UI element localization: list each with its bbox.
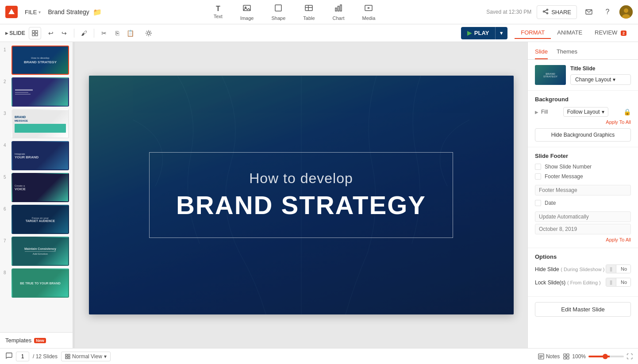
svg-rect-34 [564, 354, 566, 356]
show-number-checkbox[interactable] [535, 164, 541, 170]
slide-thumbnail-6[interactable]: Focus on your TARGET AUDIENCE [12, 205, 69, 234]
right-panel: Slide Themes BRANDSTRATEGY Title Slide C… [527, 42, 638, 348]
redo-button[interactable]: ↪ [58, 27, 70, 39]
footer-message-label: Footer Message [545, 173, 583, 180]
templates-button[interactable]: Templates [5, 337, 31, 344]
list-item[interactable]: 5 Create a VOICE [4, 173, 69, 202]
help-button[interactable]: ? [601, 5, 614, 19]
apply-to-all-footer[interactable]: Apply To All [535, 237, 631, 242]
list-item[interactable]: 7 Maintain Consistency Add Emotion [4, 237, 69, 266]
svg-rect-7 [335, 8, 337, 11]
tab-animate[interactable]: ANIMATE [551, 27, 588, 39]
date-value-input[interactable] [535, 224, 631, 234]
topbar-right: Saved at 12:30 PM SHARE ? [486, 5, 633, 19]
panel-tab-themes[interactable]: Themes [557, 46, 577, 59]
view-selector[interactable]: Normal View ▾ [61, 352, 111, 361]
chart-label: Chart [333, 15, 345, 21]
panel-tab-slide[interactable]: Slide [535, 46, 548, 59]
chart-tool[interactable]: Chart [329, 2, 348, 23]
shape-tool[interactable]: Shape [268, 2, 289, 23]
help-icon: ? [606, 8, 610, 16]
hide-bg-button[interactable]: Hide Background Graphics [535, 128, 631, 142]
footer-message-checkbox[interactable] [535, 173, 541, 180]
lock-slide-toggle[interactable]: || No [606, 278, 631, 287]
date-label: Date [545, 200, 556, 206]
svg-point-13 [543, 11, 545, 12]
date-checkbox[interactable] [535, 200, 541, 206]
tab-review[interactable]: REVIEW 2 [588, 27, 633, 39]
doc-title: Brand Strategy [48, 8, 89, 15]
grid-button[interactable] [29, 27, 41, 39]
copy-button[interactable]: ⎘ [111, 27, 123, 39]
fill-row: ▶ Fill Follow Layout ▾ 🔒 [535, 107, 631, 117]
footer-message-row: Footer Message [535, 173, 631, 180]
date-row: Date [535, 200, 631, 206]
play-dropdown[interactable]: ▾ [495, 27, 507, 39]
table-tool[interactable]: Table [300, 2, 318, 23]
table-icon [304, 4, 313, 15]
list-item[interactable]: 6 Focus on your TARGET AUDIENCE [4, 205, 69, 234]
media-tool[interactable]: Media [358, 2, 379, 23]
slide-thumbnail-5[interactable]: Create a VOICE [12, 173, 69, 202]
logo-button[interactable] [5, 6, 18, 18]
paste-button[interactable]: 📋 [124, 27, 137, 39]
tab-format[interactable]: FORMAT [515, 27, 551, 39]
settings-button[interactable] [142, 27, 155, 40]
lock-toggle-no[interactable]: No [617, 278, 630, 286]
slide-thumbnail-4[interactable]: Integrate YOUR BRAND [12, 141, 69, 170]
svg-rect-36 [564, 357, 566, 359]
save-status: Saved at 12:30 PM [486, 9, 531, 15]
slide-thumbnail-2[interactable] [12, 77, 69, 107]
share-button[interactable]: SHARE [537, 5, 577, 19]
paint-format-button[interactable]: 🖌 [78, 27, 90, 39]
text-tool[interactable]: T Text [210, 3, 226, 21]
fill-dropdown[interactable]: Follow Layout ▾ [563, 107, 608, 117]
background-title: Background [535, 96, 631, 103]
cut-button[interactable]: ✂ [98, 27, 110, 39]
zoom-slider[interactable] [588, 356, 624, 357]
image-tool[interactable]: Image [237, 2, 258, 23]
slide-thumbnail-8[interactable]: BE TRUE TO YOUR BRAND [12, 268, 69, 298]
list-item[interactable]: 1 How to develop BRAND STRATEGY [4, 46, 69, 75]
svg-rect-21 [32, 31, 35, 33]
apply-to-all-bg[interactable]: Apply To All [535, 119, 631, 125]
toolbar-center: T Text Image Shape Table Chart [106, 2, 483, 23]
svg-rect-4 [305, 5, 312, 11]
undo-button[interactable]: ↩ [45, 27, 57, 39]
toggle-no[interactable]: No [617, 265, 630, 273]
date-auto-input[interactable] [535, 211, 631, 222]
slide-thumbnail-1[interactable]: How to develop BRAND STRATEGY [12, 46, 69, 75]
toggle-bar[interactable]: || [606, 265, 616, 273]
format-tabs: FORMAT ANIMATE REVIEW 2 [515, 27, 633, 39]
slide-canvas[interactable]: How to develop BRAND STRATEGY [89, 76, 514, 314]
play-button[interactable]: ▶ PLAY [461, 27, 495, 38]
footer-message-input[interactable] [535, 185, 631, 195]
media-label: Media [362, 15, 375, 21]
hide-slide-toggle[interactable]: || No [606, 264, 631, 273]
lock-icon: 🔒 [623, 108, 631, 115]
slide-thumbnail-7[interactable]: Maintain Consistency Add Emotion [12, 237, 69, 266]
file-label: FILE [25, 9, 37, 15]
list-item[interactable]: 8 BE TRUE TO YOUR BRAND [4, 268, 69, 298]
media-icon [364, 4, 373, 15]
lock-toggle-bar[interactable]: || [606, 278, 616, 286]
page-input[interactable] [16, 352, 29, 361]
fullscreen-button[interactable]: ⛶ [626, 353, 633, 360]
svg-point-12 [547, 9, 548, 10]
list-item[interactable]: 2 [4, 77, 69, 107]
mail-button[interactable] [582, 5, 596, 19]
svg-rect-8 [338, 6, 339, 11]
file-menu-button[interactable]: FILE ▾ [21, 7, 44, 17]
chat-button[interactable] [5, 352, 12, 361]
slide-thumbnail-3[interactable]: BRAND MESSAGE [12, 109, 69, 138]
change-layout-button[interactable]: Change Layout ▾ [570, 74, 631, 85]
user-avatar[interactable] [619, 5, 633, 19]
panel-tabs: Slide Themes [528, 42, 638, 60]
slide-title-box[interactable]: How to develop BRAND STRATEGY [149, 152, 453, 238]
bottom-left: / 12 Slides Normal View ▾ [5, 352, 111, 361]
edit-master-button[interactable]: Edit Master Slide [535, 302, 631, 317]
shape-label: Shape [271, 15, 285, 21]
list-item[interactable]: 3 BRAND MESSAGE [4, 109, 69, 138]
list-item[interactable]: 4 Integrate YOUR BRAND [4, 141, 69, 170]
notes-button[interactable]: Notes [538, 353, 560, 360]
